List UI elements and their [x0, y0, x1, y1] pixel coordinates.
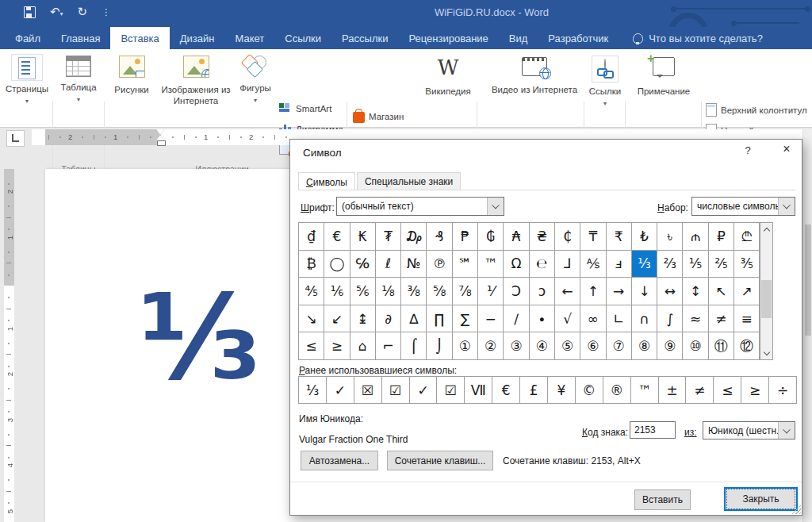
symbol-cell-selected[interactable]: ⅓ [632, 251, 657, 278]
chevron-down-icon[interactable] [487, 198, 504, 215]
symbol-cell[interactable]: ⅗ [734, 251, 760, 278]
symbol-cell[interactable]: ↔ [657, 278, 683, 305]
symbol-cell[interactable]: ₹ [607, 223, 632, 251]
customize-qat-icon[interactable]: ⋮ [102, 7, 110, 17]
symbol-cell[interactable]: ℓ [376, 251, 401, 278]
symbol-cell[interactable]: ₺ [632, 223, 657, 251]
tab-selector[interactable] [6, 130, 25, 147]
symbol-cell[interactable]: ⑤ [555, 332, 580, 360]
symbol-cell[interactable]: ⌂ [350, 332, 376, 360]
symbol-cell[interactable]: ② [478, 332, 504, 360]
symbol-cell[interactable]: ↄ [530, 278, 555, 305]
store-button[interactable]: Магазин [353, 109, 404, 123]
from-combobox[interactable]: Юникод (шестн.) [703, 421, 795, 439]
symbol-cell[interactable]: ∆ [401, 305, 427, 333]
symbol-cell[interactable]: ↑ [580, 278, 606, 305]
wikipedia-button[interactable]: W Википедия [423, 57, 473, 97]
symbol-cell[interactable]: ④ [530, 332, 555, 360]
recent-symbol-cell[interactable]: ⅓ [299, 377, 327, 404]
symbol-cell[interactable]: √ [555, 305, 580, 333]
symbol-cell[interactable]: ① [453, 332, 478, 360]
symbol-grid-scrollbar[interactable] [760, 222, 773, 360]
symbol-cell[interactable]: ⌡ [427, 332, 452, 360]
recent-symbol-cell[interactable]: ¥ [548, 377, 576, 404]
help-button[interactable]: ? [738, 144, 757, 160]
symbol-cell[interactable]: ₮ [376, 223, 401, 251]
links-button[interactable]: Ссылки ▾ [587, 56, 623, 109]
tab-layout[interactable]: Макет [224, 27, 274, 49]
recent-symbol-cell[interactable]: € [492, 377, 520, 404]
vertical-ruler[interactable]: 2112345 [4, 169, 14, 522]
scroll-down-icon[interactable] [760, 347, 772, 359]
symbol-cell[interactable]: ₱ [453, 223, 478, 251]
tab-home[interactable]: Главная [51, 27, 110, 49]
character-code-input[interactable]: 2153 [630, 421, 676, 439]
recent-symbol-cell[interactable]: ☒ [354, 377, 382, 404]
tab-symbols[interactable]: Символы [298, 172, 355, 190]
recent-symbol-cell[interactable]: ™ [631, 377, 659, 404]
tab-developer[interactable]: Разработчик [538, 27, 619, 49]
close-icon[interactable]: × [776, 142, 798, 161]
symbol-cell[interactable]: ⑫ [734, 332, 760, 360]
symbol-cell[interactable]: ∂ [376, 305, 401, 333]
symbol-cell[interactable]: ⑩ [683, 332, 708, 360]
tab-insert[interactable]: Вставка [110, 27, 169, 49]
symbol-cell[interactable]: ⅍ [580, 251, 606, 278]
symbol-cell[interactable]: ⅚ [350, 278, 376, 305]
symbol-cell[interactable]: ∑ [453, 305, 478, 333]
redo-icon[interactable]: ↻ [78, 5, 88, 19]
symbol-cell[interactable]: ₯ [401, 223, 427, 251]
symbol-cell[interactable]: → [607, 278, 632, 305]
shapes-button[interactable]: Фигуры ▾ [236, 56, 274, 106]
font-combobox[interactable]: (обычный текст) [336, 197, 504, 216]
symbol-cell[interactable]: ⅕ [683, 251, 708, 278]
table-button[interactable]: Таблица ▾ [57, 56, 100, 105]
symbol-cell[interactable]: ৳ [657, 223, 683, 251]
recent-symbol-cell[interactable]: ≠ [686, 377, 714, 404]
tab-special-characters[interactable]: Специальные знаки [357, 172, 461, 190]
symbol-cell[interactable]: ③ [504, 332, 529, 360]
header-button[interactable]: Верхний колонтитул [706, 103, 807, 117]
first-line-indent-marker[interactable] [156, 129, 164, 135]
symbol-cell[interactable]: ₭ [350, 223, 376, 251]
symbol-cell[interactable]: ≠ [709, 305, 734, 333]
symbol-cell[interactable]: ≥ [324, 332, 350, 360]
symbol-cell[interactable]: ⅙ [324, 278, 350, 305]
symbol-cell[interactable]: ⅟ [478, 278, 504, 305]
recent-symbol-cell[interactable]: ÷ [769, 377, 797, 404]
symbol-cell[interactable]: € [324, 223, 350, 251]
symbol-cell[interactable]: ⅞ [453, 278, 478, 305]
recent-symbol-cell[interactable]: ☑ [382, 377, 410, 404]
close-button[interactable]: Закрыть [724, 487, 798, 511]
symbol-cell[interactable]: ∩ [632, 305, 657, 333]
autocorrect-button[interactable]: Автозамена... [301, 451, 378, 470]
insert-button[interactable]: Вставить [634, 489, 691, 510]
set-combobox[interactable]: числовые символы [691, 197, 795, 216]
symbol-cell[interactable]: ⌐ [376, 332, 401, 360]
recent-symbol-cell[interactable]: ✓ [327, 377, 354, 404]
symbol-cell[interactable]: ℗ [427, 251, 452, 278]
symbol-cell[interactable]: ℅ [350, 251, 376, 278]
pages-button[interactable]: Страницы ▾ [5, 54, 49, 106]
recent-symbol-cell[interactable]: ® [603, 377, 631, 404]
tab-review[interactable]: Рецензирование [398, 27, 498, 49]
tab-file[interactable]: Файл [5, 27, 51, 49]
symbol-cell[interactable]: ↨ [350, 305, 376, 333]
scrollbar-thumb[interactable] [805, 225, 811, 336]
symbol-cell[interactable]: ∕ [504, 305, 529, 333]
online-video-button[interactable]: Видео из Интернета [488, 57, 580, 95]
symbol-cell[interactable]: ₰ [427, 223, 452, 251]
shortcut-key-button[interactable]: Сочетание клавиш... [387, 451, 493, 470]
symbol-cell[interactable]: ⅔ [657, 251, 683, 278]
comment-button[interactable]: Примечание [630, 57, 698, 97]
symbol-cell[interactable]: ₼ [683, 223, 708, 251]
symbol-cell[interactable]: ⅜ [401, 278, 427, 305]
symbol-cell[interactable]: Ω [504, 251, 529, 278]
symbol-cell[interactable]: ⅃ [555, 251, 580, 278]
symbol-cell[interactable]: ∟ [607, 305, 632, 333]
recent-symbol-cell[interactable]: ☑ [437, 377, 465, 404]
smartart-button[interactable]: SmartArt [279, 103, 331, 113]
symbol-cell[interactable]: ℠ [453, 251, 478, 278]
symbol-cell[interactable]: ≤ [299, 332, 324, 360]
left-indent-marker[interactable] [157, 140, 166, 146]
